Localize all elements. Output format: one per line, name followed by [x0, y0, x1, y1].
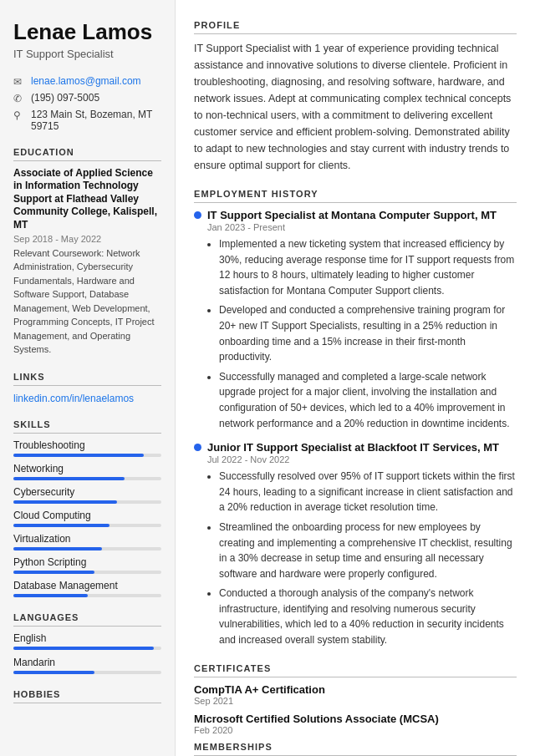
candidate-name: Lenae Lamos	[13, 20, 161, 44]
edu-date: Sep 2018 - May 2022	[13, 234, 161, 244]
skill-label: Cloud Computing	[13, 510, 161, 521]
certificates-list: CompTIA A+ Certification Sep 2021 Micros…	[194, 683, 517, 735]
language-item: English	[13, 632, 161, 650]
edu-coursework: Relevant Coursework: Network Administrat…	[13, 246, 161, 357]
skill-bar-fill	[13, 571, 94, 574]
cert-name: CompTIA A+ Certification	[194, 683, 517, 696]
bullet-item: Successfully managed and completed a lar…	[219, 369, 517, 431]
job-dot	[194, 444, 201, 451]
language-bar-fill	[13, 647, 154, 650]
skills-section-title: SKILLS	[13, 419, 161, 434]
candidate-title: IT Support Specialist	[13, 48, 161, 60]
skill-bar-fill	[13, 454, 144, 457]
language-bar-bg	[13, 647, 161, 650]
language-bar-fill	[13, 671, 94, 674]
skill-item: Troubleshooting	[13, 439, 161, 457]
bullet-item: Implemented a new ticketing system that …	[219, 236, 517, 298]
skill-bar-fill	[13, 477, 125, 480]
skills-list: Troubleshooting Networking Cybersecurity…	[13, 439, 161, 597]
phone-icon: ✆	[13, 93, 25, 104]
skill-bar-bg	[13, 454, 161, 457]
memberships-section-title: MEMBERSHIPS	[194, 742, 517, 756]
language-item: Mandarin	[13, 657, 161, 674]
skill-item: Database Management	[13, 580, 161, 597]
sidebar: Lenae Lamos IT Support Specialist ✉ lena…	[0, 0, 176, 756]
skill-label: Troubleshooting	[13, 439, 161, 451]
skill-bar-bg	[13, 477, 161, 480]
skill-label: Networking	[13, 463, 161, 474]
contact-email: ✉ lenae.lamos@gmail.com	[13, 75, 161, 88]
job-date: Jan 2023 - Present	[207, 222, 517, 232]
linkedin-link-item: linkedin.com/in/lenaelamos	[13, 392, 161, 404]
skill-item: Cloud Computing	[13, 510, 161, 527]
job-title-text: Junior IT Support Specialist at Blackfoo…	[207, 441, 499, 454]
skill-item: Virtualization	[13, 533, 161, 551]
job-title-text: IT Support Specialist at Montana Compute…	[207, 209, 497, 221]
skill-bar-fill	[13, 594, 88, 597]
skill-label: Virtualization	[13, 533, 161, 545]
certificate-item: Microsoft Certified Solutions Associate …	[194, 713, 517, 735]
skill-item: Python Scripting	[13, 556, 161, 574]
skill-bar-bg	[13, 524, 161, 527]
skill-item: Networking	[13, 463, 161, 480]
email-link[interactable]: lenae.lamos@gmail.com	[31, 75, 141, 87]
bullet-item: Conducted a thorough analysis of the com…	[219, 586, 517, 647]
employment-list: IT Support Specialist at Montana Compute…	[194, 209, 517, 648]
cert-date: Sep 2021	[194, 696, 517, 706]
contact-phone: ✆ (195) 097-5005	[13, 92, 161, 104]
profile-section-title: PROFILE	[194, 20, 517, 34]
job-title: IT Support Specialist at Montana Compute…	[194, 209, 517, 221]
skill-bar-bg	[13, 594, 161, 597]
cert-date: Feb 2020	[194, 725, 517, 735]
skill-label: Python Scripting	[13, 556, 161, 568]
skill-label: Cybersecurity	[13, 486, 161, 498]
job-bullets: Successfully resolved over 95% of IT sup…	[207, 469, 517, 648]
certificates-section-title: CERTIFICATES	[194, 663, 517, 677]
employment-job: IT Support Specialist at Montana Compute…	[194, 209, 517, 431]
skill-bar-bg	[13, 500, 161, 504]
skill-bar-bg	[13, 571, 161, 574]
links-section-title: LINKS	[13, 372, 161, 386]
employment-section-title: EMPLOYMENT HISTORY	[194, 189, 517, 203]
phone-text: (195) 097-5005	[31, 92, 99, 104]
language-bar-bg	[13, 671, 161, 674]
email-icon: ✉	[13, 76, 25, 88]
edu-degree: Associate of Applied Science in Informat…	[13, 167, 161, 232]
bullet-item: Streamlined the onboarding process for n…	[219, 520, 517, 581]
language-label: Mandarin	[13, 657, 161, 668]
employment-job: Junior IT Support Specialist at Blackfoo…	[194, 441, 517, 648]
skill-bar-fill	[13, 500, 117, 504]
main-content: PROFILE IT Support Specialist with 1 yea…	[176, 0, 535, 756]
bullet-item: Developed and conducted a comprehensive …	[219, 302, 517, 364]
address-text: 123 Main St, Bozeman, MT 59715	[31, 109, 161, 132]
job-bullets: Implemented a new ticketing system that …	[207, 236, 517, 431]
certificate-item: CompTIA A+ Certification Sep 2021	[194, 683, 517, 706]
skill-label: Database Management	[13, 580, 161, 591]
profile-text: IT Support Specialist with 1 year of exp…	[194, 40, 517, 174]
skill-bar-fill	[13, 524, 110, 527]
education-section-title: EDUCATION	[13, 147, 161, 161]
cert-name: Microsoft Certified Solutions Associate …	[194, 713, 517, 725]
skill-bar-bg	[13, 547, 161, 551]
job-dot	[194, 211, 201, 219]
languages-section-title: LANGUAGES	[13, 612, 161, 627]
linkedin-link[interactable]: linkedin.com/in/lenaelamos	[13, 393, 134, 404]
language-label: English	[13, 632, 161, 644]
contact-address: ⚲ 123 Main St, Bozeman, MT 59715	[13, 109, 161, 132]
location-icon: ⚲	[13, 109, 25, 121]
job-title: Junior IT Support Specialist at Blackfoo…	[194, 441, 517, 454]
languages-list: English Mandarin	[13, 632, 161, 674]
job-date: Jul 2022 - Nov 2022	[207, 454, 517, 464]
skill-bar-fill	[13, 547, 102, 551]
bullet-item: Successfully resolved over 95% of IT sup…	[219, 469, 517, 515]
skill-item: Cybersecurity	[13, 486, 161, 504]
hobbies-section-title: HOBBIES	[13, 689, 161, 703]
